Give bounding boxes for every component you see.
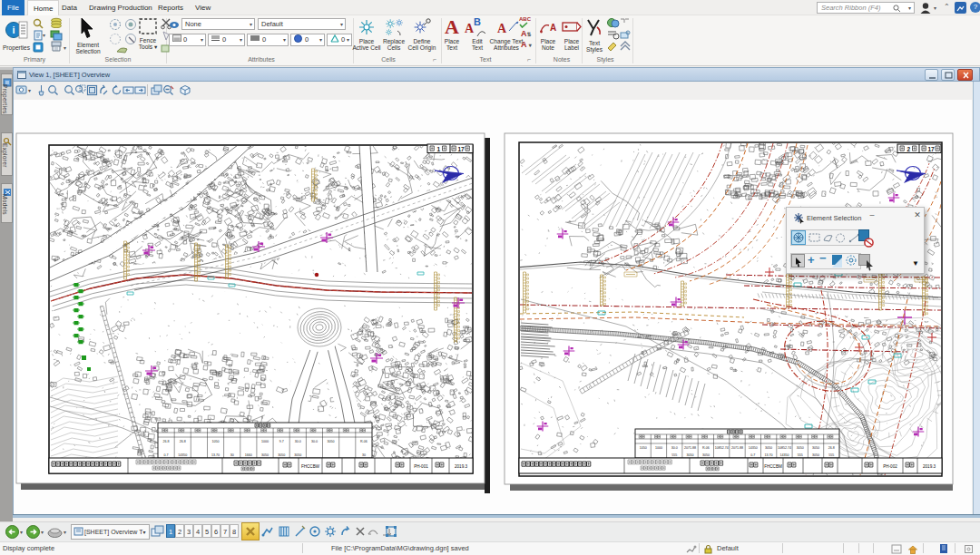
svg-text:3050: 3050 <box>765 446 772 450</box>
svg-text:FHCCBW: FHCCBW <box>301 464 320 469</box>
svg-text:FHCCBM: FHCCBM <box>764 464 782 469</box>
svg-text:PH-001: PH-001 <box>414 464 428 469</box>
svg-text:1000: 1000 <box>261 440 269 443</box>
svg-text:26.8: 26.8 <box>180 440 186 443</box>
svg-text:R-06: R-06 <box>360 440 368 443</box>
svg-text:3050: 3050 <box>812 446 819 450</box>
svg-text:3050: 3050 <box>687 453 694 457</box>
svg-text:555: 555 <box>671 453 677 457</box>
svg-text:13.70: 13.70 <box>211 453 220 457</box>
svg-text:1: 1 <box>437 146 441 152</box>
svg-text:555: 555 <box>828 453 834 457</box>
svg-text:30.0: 30.0 <box>671 446 678 450</box>
svg-text:3050: 3050 <box>797 446 804 450</box>
svg-text:2071.88: 2071.88 <box>684 446 696 450</box>
svg-text:17: 17 <box>458 146 466 152</box>
svg-text:1050: 1050 <box>640 446 647 450</box>
svg-text:2071.88: 2071.88 <box>731 446 743 450</box>
svg-text:PH-002: PH-002 <box>883 464 897 469</box>
svg-text:2019.3: 2019.3 <box>455 464 467 469</box>
svg-text:0.7: 0.7 <box>164 453 169 457</box>
svg-text:3050: 3050 <box>702 453 710 457</box>
svg-text:3050: 3050 <box>294 453 301 457</box>
svg-text:30: 30 <box>230 453 234 457</box>
svg-text:555: 555 <box>798 453 803 457</box>
svg-text:17: 17 <box>928 146 936 152</box>
svg-text:10852.74: 10852.74 <box>778 446 791 450</box>
svg-text:14350: 14350 <box>749 446 758 450</box>
svg-text:26.8: 26.8 <box>163 440 170 443</box>
svg-text:30.0: 30.0 <box>295 440 301 443</box>
svg-text:26.8: 26.8 <box>828 446 835 450</box>
svg-text:10852.74: 10852.74 <box>715 446 729 450</box>
svg-text:1050: 1050 <box>212 440 220 443</box>
svg-text:0.7: 0.7 <box>750 453 755 457</box>
svg-text:2019.3: 2019.3 <box>923 464 936 469</box>
svg-text:3050: 3050 <box>328 440 335 443</box>
svg-text:14350: 14350 <box>779 453 789 457</box>
svg-text:3050: 3050 <box>812 453 819 457</box>
svg-text:30: 30 <box>362 453 366 457</box>
svg-text:R-06: R-06 <box>702 446 710 450</box>
svg-text:3050: 3050 <box>261 453 269 457</box>
svg-text:9.7: 9.7 <box>279 440 284 443</box>
svg-text:14350: 14350 <box>178 453 187 457</box>
svg-text:1660: 1660 <box>245 453 252 457</box>
svg-text:30.0: 30.0 <box>311 440 318 443</box>
svg-text:2: 2 <box>907 146 911 152</box>
svg-text:1000: 1000 <box>655 446 662 450</box>
svg-text:13.70: 13.70 <box>765 453 773 457</box>
svg-text:3050: 3050 <box>278 453 285 457</box>
